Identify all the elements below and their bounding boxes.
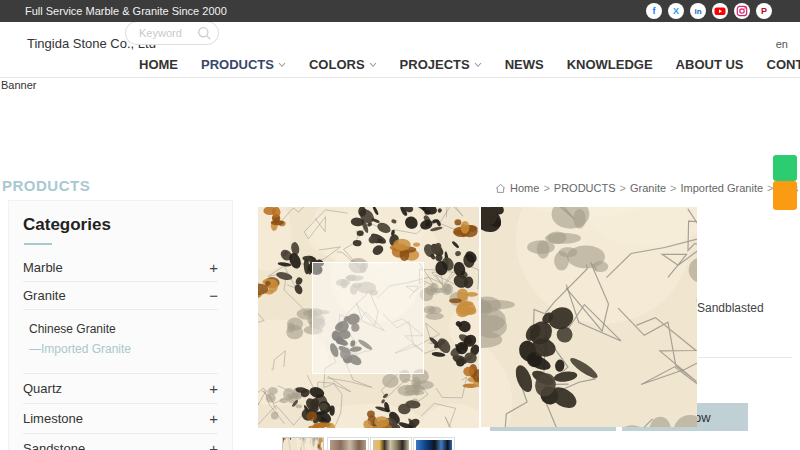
- sidebar-item-marble[interactable]: Marble +: [23, 254, 218, 282]
- x-twitter-icon[interactable]: X: [668, 3, 684, 19]
- sidebar-item-limestone[interactable]: Limestone +: [23, 404, 218, 434]
- zoomed-image-panel: [479, 207, 697, 427]
- chevron-down-icon: [474, 62, 482, 68]
- nav-contact-us[interactable]: CONTACT US: [767, 57, 800, 72]
- breadcrumb-imported-granite[interactable]: Imported Granite: [681, 182, 764, 194]
- chevron-down-icon: [369, 62, 377, 68]
- top-bar: Full Service Marble & Granite Since 2000…: [0, 0, 800, 22]
- thumbnail-brown-stone[interactable]: [327, 437, 369, 450]
- thumbnail-yellow-stone[interactable]: [370, 437, 412, 450]
- search-box: [125, 21, 219, 45]
- banner-alt-text: Banner: [1, 79, 36, 91]
- sidebar-item-chinese-granite[interactable]: Chinese Granite: [29, 319, 218, 339]
- breadcrumb-granite[interactable]: Granite: [630, 182, 666, 194]
- instagram-icon[interactable]: [734, 3, 750, 19]
- youtube-icon[interactable]: [712, 3, 728, 19]
- nav-products[interactable]: PRODUCTS: [201, 57, 286, 72]
- nav-projects[interactable]: PROJECTS: [400, 57, 482, 72]
- title-underline: [24, 243, 52, 245]
- main-nav: HOME PRODUCTS COLORS PROJECTS NEWS KNOWL…: [139, 57, 800, 72]
- breadcrumb: Home > PRODUCTS > Granite > Imported Gra…: [495, 182, 798, 194]
- pinterest-icon[interactable]: P: [756, 3, 772, 19]
- linkedin-icon[interactable]: in: [690, 3, 706, 19]
- header: Tingida Stone Co., Ltd en HOME PRODUCTS …: [0, 22, 800, 78]
- facebook-icon[interactable]: f: [646, 3, 662, 19]
- nav-colors[interactable]: COLORS: [309, 57, 377, 72]
- nav-home[interactable]: HOME: [139, 57, 178, 72]
- nav-knowledge[interactable]: KNOWLEDGE: [567, 57, 653, 72]
- expand-icon[interactable]: +: [209, 410, 218, 427]
- collapse-icon[interactable]: −: [209, 287, 218, 304]
- expand-icon[interactable]: +: [209, 259, 218, 276]
- search-input[interactable]: [139, 27, 197, 39]
- sidebar-item-imported-granite[interactable]: —Imported Granite: [29, 339, 218, 359]
- surface-finish-label: Sandblasted: [697, 301, 764, 315]
- sidebar-item-granite[interactable]: Granite −: [23, 282, 218, 310]
- language-switch[interactable]: en: [776, 38, 788, 50]
- home-icon: [495, 183, 506, 194]
- tagline: Full Service Marble & Granite Since 2000: [25, 0, 227, 22]
- expand-icon[interactable]: +: [209, 440, 218, 450]
- nav-news[interactable]: NEWS: [505, 57, 544, 72]
- floating-contact-green-button[interactable]: [773, 155, 797, 181]
- sidebar-title: Categories: [23, 215, 218, 235]
- chevron-down-icon: [278, 62, 286, 68]
- page-title: PRODUCTS: [2, 177, 90, 194]
- granite-subcategories: Chinese Granite —Imported Granite: [23, 310, 218, 374]
- divider: [698, 357, 792, 358]
- thumbnail-blue-stone[interactable]: [413, 437, 455, 450]
- search-icon[interactable]: [197, 26, 212, 41]
- sidebar-item-sandstone[interactable]: Sandstone +: [23, 434, 218, 450]
- expand-icon[interactable]: +: [209, 380, 218, 397]
- floating-contact-orange-button[interactable]: [773, 181, 797, 210]
- breadcrumb-home[interactable]: Home: [510, 182, 539, 194]
- nav-about-us[interactable]: ABOUT US: [676, 57, 744, 72]
- sidebar-item-quartz[interactable]: Quartz +: [23, 374, 218, 404]
- breadcrumb-products[interactable]: PRODUCTS: [554, 182, 616, 194]
- categories-sidebar: Categories Marble + Granite − Chinese Gr…: [8, 200, 233, 450]
- thumbnail-granite[interactable]: [282, 437, 324, 450]
- zoom-lens-overlay[interactable]: [312, 262, 424, 374]
- social-links: f X in P: [646, 3, 772, 19]
